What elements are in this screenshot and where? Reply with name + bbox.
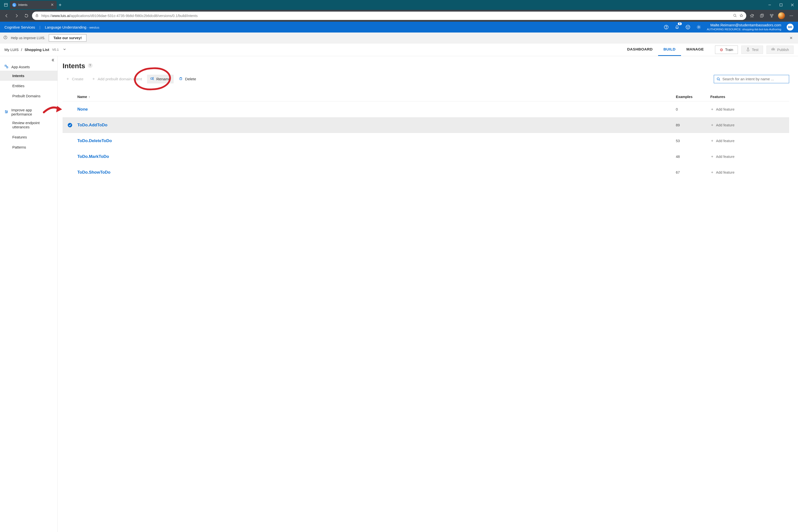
table-row[interactable]: ToDo.MarkToDo48＋Add feature [62,149,789,165]
table-row[interactable]: ToDo.ShowToDo67＋Add feature [62,165,789,180]
plus-icon: ＋ [710,138,714,143]
svg-point-31 [687,26,687,27]
add-feature-button[interactable]: ＋Add feature [710,138,789,143]
zoom-icon[interactable] [733,14,737,18]
svg-rect-39 [772,49,773,50]
browser-tab[interactable]: L Intents [10,1,57,9]
notifications-icon[interactable]: 6 [674,24,680,30]
sidebar-item-entities[interactable]: Entities [0,81,57,91]
sidebar-collapse-icon[interactable] [51,58,55,63]
sidebar-head-label: Improve app performance [11,108,53,116]
cmd-add-prebuilt[interactable]: ＋ Add prebuilt domain intent [89,74,145,83]
sidebar-item-patterns[interactable]: Patterns [0,142,57,152]
svg-rect-10 [36,15,38,17]
sort-asc-icon: ↑ [89,95,90,99]
publish-icon [771,47,775,52]
tab-build[interactable]: BUILD [658,43,681,56]
cmd-label: Create [72,77,83,81]
add-feature-button[interactable]: ＋Add feature [710,123,789,127]
lock-icon [35,14,39,18]
tab-dashboard[interactable]: DASHBOARD [622,43,658,56]
intent-name[interactable]: ToDo.DeleteToDo [77,138,676,143]
intent-name[interactable]: ToDo.MarkToDo [77,154,676,159]
brand-label[interactable]: Cognitive Services [4,25,35,29]
window-minimize[interactable] [764,0,775,10]
sidebar: App Assets Intents Entities Prebuilt Dom… [0,56,58,532]
bc-app[interactable]: Shopping List [25,48,49,52]
bc-sep: / [21,48,22,52]
col-name[interactable]: Name↑ [77,95,676,99]
train-status-icon: ⚙ [720,48,723,52]
intent-name[interactable]: None [77,107,676,112]
add-feature-button[interactable]: ＋Add feature [710,154,789,159]
search-input[interactable]: Search for an intent by name ... [714,75,789,83]
test-button[interactable]: Test [741,45,763,54]
bc-root[interactable]: My LUIS [4,48,19,52]
cmd-rename[interactable]: Rename [147,75,174,83]
svg-point-33 [698,26,700,28]
table-row[interactable]: ToDo.AddToDo89＋Add feature [62,117,789,133]
col-examples[interactable]: Examples [676,95,710,99]
test-label: Test [752,48,759,52]
svg-point-25 [790,16,791,16]
address-bar[interactable]: https://www.luis.ai/applications/d9106da… [32,12,746,20]
intents-table: Name↑ Examples Features None0＋Add featur… [62,92,789,180]
svg-line-23 [771,15,772,17]
browser-toolbar: https://www.luis.ai/applications/d9106da… [0,10,798,22]
publish-button[interactable]: Publish [766,45,794,54]
svg-point-26 [791,16,792,16]
sidebar-item-intents[interactable]: Intents [0,71,57,81]
sidebar-item-features[interactable]: Features [0,132,57,142]
cmd-label: Add prebuilt domain intent [98,77,142,81]
plus-icon: ＋ [91,76,96,81]
new-tab-button[interactable] [57,1,63,8]
favorite-star-icon[interactable] [739,14,743,18]
nav-back[interactable] [2,12,11,20]
cmd-delete[interactable]: Delete [176,75,199,83]
table-row[interactable]: ToDo.DeleteToDo53＋Add feature [62,133,789,149]
user-info[interactable]: Malte.Reimann@studentambassadors.com AUT… [707,23,781,31]
survey-close-icon[interactable] [788,35,795,41]
publish-label: Publish [777,48,789,52]
cmd-create[interactable]: ＋ Create [62,74,87,83]
favorites-icon[interactable] [748,12,756,20]
settings-icon[interactable] [696,24,701,30]
flask-icon [746,47,750,52]
tab-close-icon[interactable] [50,3,54,7]
tab-actions-icon[interactable] [2,1,10,9]
breadcrumb: My LUIS / Shopping List V0.1 [4,47,66,52]
nav-forward[interactable] [12,12,21,20]
browser-more-icon[interactable] [787,12,796,20]
train-button[interactable]: ⚙ Train [715,45,738,54]
resource-line: AUTHORING RESOURCE: shopping-list-bot-lu… [707,27,781,31]
help-icon[interactable] [664,24,669,30]
sidebar-item-review-utterances[interactable]: Review endpoint utterances [0,118,57,132]
user-email: Malte.Reimann@studentambassadors.com [707,23,781,27]
survey-button[interactable]: Take our survey! [49,34,87,42]
add-feature-button[interactable]: ＋Add feature [710,107,789,112]
intent-name[interactable]: ToDo.ShowToDo [77,170,676,175]
user-avatar-chip[interactable]: MR [787,24,794,31]
feedback-icon[interactable] [685,24,690,30]
intent-name[interactable]: ToDo.AddToDo [77,123,676,128]
extension-icon[interactable] [767,12,776,20]
svg-line-61 [719,79,720,80]
svg-rect-43 [7,67,8,68]
tab-manage[interactable]: MANAGE [681,43,709,56]
chevron-down-icon[interactable] [62,47,66,52]
nav-refresh[interactable] [22,12,31,20]
collections-icon[interactable] [758,12,766,20]
page-help-icon[interactable]: ? [88,63,93,68]
add-feature-button[interactable]: ＋Add feature [710,170,789,175]
window-controls [764,0,798,10]
profile-avatar[interactable] [777,12,786,20]
window-close[interactable] [787,0,798,10]
product-label[interactable]: Language Understanding - westus [45,25,99,29]
table-row[interactable]: None0＋Add feature [62,101,789,117]
svg-point-27 [792,16,793,16]
cmd-label: Rename [156,77,171,81]
sidebar-item-prebuilt-domains[interactable]: Prebuilt Domains [0,91,57,101]
col-features[interactable]: Features [710,95,789,99]
svg-rect-7 [780,4,782,6]
window-maximize[interactable] [775,0,787,10]
